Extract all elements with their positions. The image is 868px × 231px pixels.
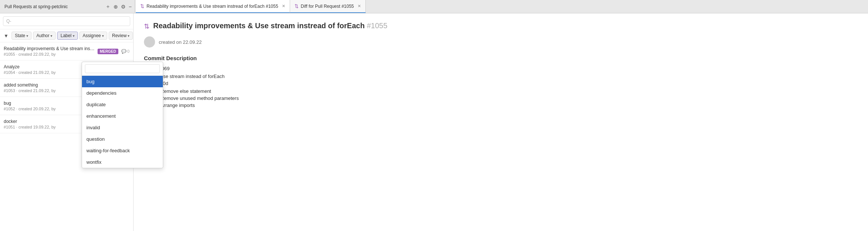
pr-item-info: added something #1053 · created 21.09.22… <box>4 82 95 93</box>
dropdown-item-question[interactable]: question <box>82 133 163 145</box>
dropdown-item-waiting-for-feedback[interactable]: waiting-for-feedback <box>82 145 163 156</box>
filter-assignee[interactable]: Assignee ▾ <box>79 32 107 40</box>
pr-item-info: Analyze #1054 · created 21.09.22, by <box>4 64 95 75</box>
pr-item-meta: #1052 · created 20.09.22, by <box>4 107 95 111</box>
tab-diff-close[interactable]: ✕ <box>358 4 361 9</box>
dropdown-item-enhancement[interactable]: enhancement <box>82 110 163 122</box>
commit-sub-list: use stream instead of forEach <box>147 74 858 79</box>
pr-item-comments: 💬 0 <box>121 49 129 54</box>
pr-author-row: created on 22.09.22 <box>144 36 858 48</box>
filter-author-label: Author <box>36 33 49 38</box>
filter-state-caret: ▾ <box>26 34 28 38</box>
main-content: ▼ State ▾ Author ▾ Label ▾ Assignee ▾ Re… <box>0 13 868 231</box>
filter-review-caret: ▾ <box>128 34 129 38</box>
left-panel: ▼ State ▾ Author ▾ Label ▾ Assignee ▾ Re… <box>0 13 134 231</box>
dropdown-item-wontfix[interactable]: wontfix <box>82 156 163 168</box>
pr-author-info: created on 22.09.22 <box>159 39 202 45</box>
pr-item-meta: #1055 · created 22.09.22, by <box>4 52 95 56</box>
dropdown-search-container <box>82 62 163 76</box>
filter-author-caret: ▾ <box>50 34 52 38</box>
pr-detail-icon: ⇅ <box>144 22 149 30</box>
pr-detail-header: ⇅ Readability improvements & Use stream … <box>144 21 858 30</box>
pr-item-title: Readability improvements & Use stream in… <box>4 46 95 51</box>
left-panel-header: Pull Requests at spring-petclinic ＋ ⊕ ⚙ … <box>1 0 135 13</box>
tab-pr-icon: ⇅ <box>140 3 144 9</box>
pr-item-info: Readability improvements & Use stream in… <box>4 46 95 56</box>
pr-item-meta: #1053 · created 21.09.22, by <box>4 88 95 93</box>
tab-diff-icon: ⇅ <box>295 3 299 9</box>
tab-bar: Pull Requests at spring-petclinic ＋ ⊕ ⚙ … <box>0 0 868 13</box>
commit-description-title: Commit Description <box>144 55 858 61</box>
filter-label-caret: ▾ <box>73 34 75 38</box>
tab-diff-label: Diff for Pull Request #1055 <box>301 4 354 9</box>
commit-hash: 3720069 <box>147 66 858 71</box>
left-panel-title: Pull Requests at spring-petclinic <box>4 4 103 9</box>
filter-assignee-label: Assignee <box>83 33 101 38</box>
minimize-icon[interactable]: − <box>129 4 132 10</box>
globe-icon[interactable]: ⊕ <box>114 4 118 10</box>
pr-item-meta: #1054 · created 21.09.22, by <box>4 70 95 75</box>
search-bar <box>0 13 133 29</box>
dropdown-items-container: bugdependenciesduplicateenhancementinval… <box>82 76 163 168</box>
avatar <box>144 36 155 48</box>
filter-bar: ▼ State ▾ Author ▾ Label ▾ Assignee ▾ Re… <box>0 29 133 42</box>
gear-icon[interactable]: ⚙ <box>121 4 126 10</box>
pr-detail-number: #1055 <box>367 22 388 30</box>
pr-item-title: bug <box>4 101 95 106</box>
dropdown-item-invalid[interactable]: invalid <box>82 122 163 133</box>
filter-state[interactable]: State ▾ <box>11 32 32 40</box>
pr-detail-title: Readability improvements & Use stream in… <box>153 21 387 30</box>
commit-list: 3720069use stream instead of forEachde0f… <box>144 66 858 108</box>
pr-item-info: docker #1051 · created 19.09.22, by <box>4 119 95 129</box>
pr-item-info: bug #1052 · created 20.09.22, by <box>4 101 95 111</box>
dropdown-item-dependencies[interactable]: dependencies <box>82 87 163 99</box>
pr-item-title: Analyze <box>4 64 95 69</box>
dropdown-item-duplicate[interactable]: duplicate <box>82 99 163 110</box>
filter-review[interactable]: Review ▾ <box>109 32 133 40</box>
tab-pr[interactable]: ⇅ Readability improvements & Use stream … <box>136 0 290 13</box>
commit-hash: de0f50d <box>147 81 858 86</box>
commit-sub-item: use stream instead of forEach <box>156 74 858 79</box>
commit-sub-list: Remove else statementRemove unused metho… <box>147 88 858 108</box>
pr-item-title: added something <box>4 82 95 88</box>
commit-sub-item: Remove else statement <box>156 88 858 94</box>
pr-item-title: docker <box>4 119 95 124</box>
commit-sub-item: Arrange imports <box>156 103 858 108</box>
comment-icon: 💬 <box>121 49 126 54</box>
add-icon[interactable]: ＋ <box>105 3 111 10</box>
label-dropdown: bugdependenciesduplicateenhancementinval… <box>82 62 163 168</box>
tab-pr-label: Readability improvements & Use stream in… <box>147 4 278 9</box>
right-panel: ⇅ Readability improvements & Use stream … <box>134 13 868 231</box>
commit-section: Commit Description 3720069use stream ins… <box>144 55 858 108</box>
pr-list-item[interactable]: Readability improvements & Use stream in… <box>0 42 133 61</box>
dropdown-item-bug[interactable]: bug <box>82 76 163 87</box>
filter-assignee-caret: ▾ <box>102 34 104 38</box>
comment-count: 0 <box>127 49 129 53</box>
dropdown-search-input[interactable] <box>85 64 160 73</box>
filter-author[interactable]: Author ▾ <box>33 32 56 40</box>
tab-diff[interactable]: ⇅ Diff for Pull Request #1055 ✕ <box>290 0 366 13</box>
pr-detail-title-text: Readability improvements & Use stream in… <box>153 22 365 30</box>
commit-sub-item: Remove unused method parameters <box>156 95 858 101</box>
pr-item-badge: MERGED <box>98 49 118 54</box>
filter-label[interactable]: Label ▾ <box>57 32 78 40</box>
search-input[interactable] <box>3 16 130 26</box>
tab-pr-close[interactable]: ✕ <box>282 4 285 9</box>
tabs-container: ⇅ Readability improvements & Use stream … <box>136 0 867 13</box>
left-panel-actions: ＋ ⊕ ⚙ − <box>105 3 132 10</box>
filter-label-label: Label <box>60 33 71 38</box>
pr-item-meta: #1051 · created 19.09.22, by <box>4 125 95 129</box>
filter-icon: ▼ <box>4 33 9 39</box>
filter-state-label: State <box>15 33 25 38</box>
filter-review-label: Review <box>112 33 126 38</box>
